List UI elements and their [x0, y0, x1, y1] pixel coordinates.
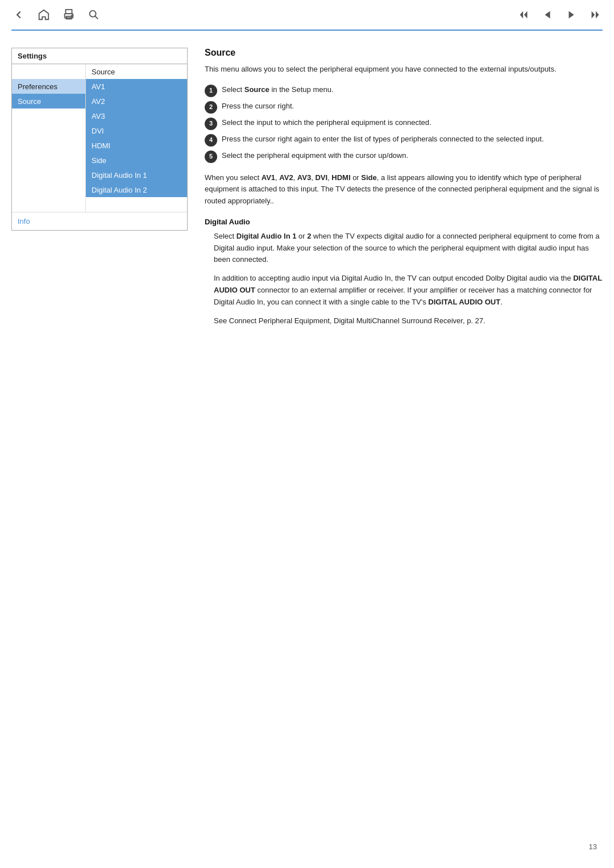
sidebar-item-preferences[interactable]: Preferences	[12, 79, 86, 94]
sidebar-item-info[interactable]: Info	[12, 212, 187, 230]
digital-audio-subtitle: Digital Audio	[205, 218, 603, 226]
digital-audio-para3: See Connect Peripheral Equipment, Digita…	[205, 315, 603, 327]
next-icon[interactable]	[564, 7, 579, 22]
steps-list: 1 Select Source in the Setup menu. 2 Pre…	[205, 84, 603, 163]
print-icon[interactable]	[61, 7, 76, 22]
step-2-num: 2	[205, 101, 217, 114]
step-4: 4 Press the cursor right again to enter …	[205, 133, 603, 147]
sidebar: Settings Source Preferences AV1 Source A…	[11, 48, 188, 333]
sidebar-col1-empty-digital2	[12, 182, 86, 197]
sidebar-item-dvi[interactable]: DVI	[86, 123, 187, 138]
step-2: 2 Press the cursor right.	[205, 101, 603, 114]
sidebar-item-digital-audio-1[interactable]: Digital Audio In 1	[86, 168, 187, 182]
svg-rect-0	[66, 10, 72, 14]
sidebar-item-source[interactable]: Source	[12, 94, 86, 108]
sidebar-title: Settings	[12, 48, 187, 64]
step-3-num: 3	[205, 118, 217, 130]
step-5: 5 Select the peripheral equipment with t…	[205, 150, 603, 163]
digital-audio-para2: In addition to accepting audio input via…	[205, 273, 603, 308]
svg-marker-8	[545, 11, 550, 19]
toolbar-left	[11, 7, 101, 22]
sidebar-row-dvi: DVI	[12, 123, 187, 138]
sidebar-col2-source-header[interactable]: Source	[86, 64, 187, 79]
content-note: When you select AV1, AV2, AV3, DVI, HDMI…	[205, 172, 603, 207]
sidebar-row-setup: Source	[12, 64, 187, 79]
sidebar-col1-empty-av3	[12, 108, 86, 123]
step-5-num: 5	[205, 151, 217, 163]
step-3-text: Select the input to which the peripheral…	[222, 117, 603, 128]
sidebar-item-av1[interactable]: AV1	[86, 79, 187, 94]
sidebar-col1-setup	[12, 64, 86, 79]
step-3: 3 Select the input to which the peripher…	[205, 117, 603, 130]
sidebar-col1-empty-digital1	[12, 168, 86, 182]
toolbar-right	[516, 7, 603, 22]
sidebar-box: Settings Source Preferences AV1 Source A…	[11, 48, 188, 231]
sidebar-col1-empty-side	[12, 153, 86, 168]
home-icon[interactable]	[36, 7, 51, 22]
digital-audio-para1: Select Digital Audio In 1 or 2 when the …	[205, 231, 603, 266]
sidebar-row-digital1: Digital Audio In 1	[12, 168, 187, 182]
sidebar-row-hdmi: HDMI	[12, 138, 187, 153]
svg-marker-10	[592, 11, 595, 19]
step-1-num: 1	[205, 85, 217, 97]
sidebar-row-source: Source AV2	[12, 94, 187, 108]
skip-forward-icon[interactable]	[588, 7, 603, 22]
sidebar-spacer	[12, 197, 187, 212]
main-content: Settings Source Preferences AV1 Source A…	[0, 31, 614, 350]
search-icon[interactable]	[86, 7, 101, 22]
sidebar-item-hdmi[interactable]: HDMI	[86, 138, 187, 153]
step-4-num: 4	[205, 134, 217, 147]
svg-point-4	[90, 11, 96, 17]
sidebar-col1-empty-spacer	[12, 197, 86, 212]
svg-point-3	[72, 15, 73, 16]
step-4-text: Press the cursor right again to enter th…	[222, 133, 603, 145]
sidebar-col1-empty-dvi	[12, 123, 86, 138]
sidebar-col1-empty-hdmi	[12, 138, 86, 153]
sidebar-row-side: Side	[12, 153, 187, 168]
sidebar-item-av3[interactable]: AV3	[86, 108, 187, 123]
step-2-text: Press the cursor right.	[222, 101, 603, 112]
sidebar-item-digital-audio-2[interactable]: Digital Audio In 2	[86, 182, 187, 197]
svg-line-5	[95, 16, 98, 19]
svg-marker-6	[524, 11, 528, 19]
skip-back-icon[interactable]	[516, 7, 531, 22]
svg-marker-9	[569, 11, 574, 19]
sidebar-row-preferences: Preferences AV1	[12, 79, 187, 94]
page-title: Source	[205, 48, 603, 58]
step-1-text: Select Source in the Setup menu.	[222, 84, 603, 95]
sidebar-item-av2[interactable]: AV2	[86, 94, 187, 108]
step-5-text: Select the peripheral equipment with the…	[222, 150, 603, 161]
page-number: 13	[589, 842, 597, 851]
content-intro: This menu allows you to select the perip…	[205, 64, 603, 75]
sidebar-row-digital2: Digital Audio In 2	[12, 182, 187, 197]
sidebar-item-side[interactable]: Side	[86, 153, 187, 168]
toolbar	[0, 0, 614, 30]
sidebar-col2-empty-spacer	[86, 197, 187, 212]
sidebar-row-av3: AV3	[12, 108, 187, 123]
content-area: Source This menu allows you to select th…	[205, 48, 603, 333]
prev-icon[interactable]	[540, 7, 555, 22]
back-arrow-icon[interactable]	[11, 7, 26, 22]
step-1: 1 Select Source in the Setup menu.	[205, 84, 603, 97]
svg-marker-7	[520, 11, 524, 19]
svg-marker-11	[596, 11, 599, 19]
